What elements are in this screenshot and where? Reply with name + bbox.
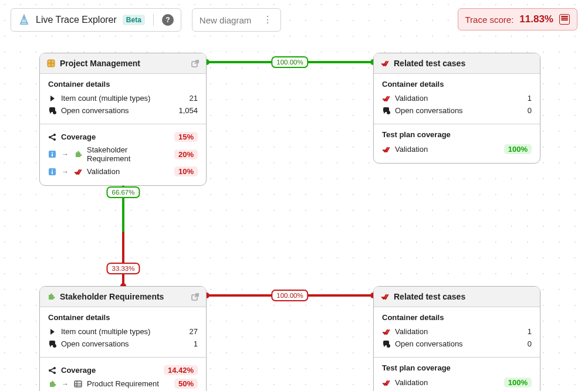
node-stakeholder-requirements[interactable]: Stakeholder Requirements Container detai… <box>39 286 207 391</box>
check-icon <box>382 328 390 336</box>
help-icon[interactable]: ? <box>162 14 174 26</box>
row-label: Open conversations <box>61 106 129 115</box>
row-label: Validation <box>87 167 120 176</box>
row-value: 27 <box>190 327 198 336</box>
beta-badge: Beta <box>123 15 145 25</box>
section-heading: Container details <box>382 80 532 89</box>
app-identity-pill: Live Trace Explorer Beta ? <box>11 8 181 32</box>
new-diagram-label: New diagram <box>200 15 251 25</box>
chat-icon <box>48 340 56 348</box>
container-details-section: Container details Item count (multiple t… <box>40 74 206 124</box>
row-value: 50% <box>174 379 198 389</box>
row-value: 0 <box>528 339 532 348</box>
row-value: 1 <box>194 339 198 348</box>
row-label: Product Requirement <box>87 379 159 388</box>
trace-score-badge[interactable]: Trace score: 11.83% <box>458 8 577 30</box>
detail-row-open-conversations: Open conversations 1 <box>48 338 198 350</box>
row-value: 1 <box>528 327 532 336</box>
check-icon <box>382 94 390 103</box>
row-value: 20% <box>174 149 198 159</box>
check-icon <box>382 145 390 154</box>
node-title: Related test cases <box>394 292 465 301</box>
table-icon <box>74 380 82 388</box>
arrow-icon: → <box>62 168 69 176</box>
coverage-total-badge: 15% <box>174 132 198 142</box>
open-external-icon[interactable] <box>191 293 199 301</box>
row-value: 100% <box>504 144 532 154</box>
puzzle-icon <box>47 293 55 301</box>
check-icon <box>381 293 389 301</box>
row-value: 1,054 <box>178 106 198 115</box>
caret-right-icon <box>48 328 56 336</box>
check-icon <box>381 59 389 67</box>
share-icon <box>48 133 56 141</box>
detail-row: Open conversations 0 <box>382 104 532 117</box>
container-details-section: Container details Validation 1 Open conv… <box>374 74 540 124</box>
node-header: Project Management <box>40 53 206 74</box>
row-label: Open conversations <box>61 339 129 348</box>
edge-pm-down-green-label: 66.67% <box>106 186 140 198</box>
plan-row: Validation 100% <box>382 376 532 389</box>
chat-icon <box>382 107 390 115</box>
row-label: Validation <box>395 378 428 387</box>
edge-pm-down-red <box>122 232 124 286</box>
node-header: Related test cases <box>374 53 540 74</box>
row-value: 100% <box>504 378 532 387</box>
row-label: Item count (multiple types) <box>61 327 150 336</box>
coverage-heading-row: Coverage 15% <box>48 130 198 144</box>
node-related-tests-stakeholder[interactable]: Related test cases Container details Val… <box>373 286 540 391</box>
section-heading: Container details <box>48 80 198 89</box>
new-diagram-button[interactable]: New diagram ⋮ <box>192 8 281 32</box>
detail-row-item-count: Item count (multiple types) 27 <box>48 325 198 338</box>
row-label: Validation <box>395 94 428 103</box>
edge-pm-to-tests-label: 100.00% <box>271 56 308 68</box>
arrow-icon: → <box>62 150 69 158</box>
separator <box>153 14 154 26</box>
row-label: Stakeholder Requirement <box>87 145 170 163</box>
share-icon <box>48 366 56 375</box>
row-value: 0 <box>528 106 532 115</box>
grid-icon <box>47 59 55 67</box>
open-external-icon[interactable] <box>191 59 199 67</box>
section-heading: Test plan coverage <box>382 130 532 139</box>
row-label: Item count (multiple types) <box>61 94 150 103</box>
test-plan-coverage-section: Test plan coverage Validation 100% <box>374 357 540 391</box>
detail-row: Open conversations 0 <box>382 338 532 350</box>
section-heading: Coverage <box>61 366 96 375</box>
coverage-total-badge: 14.42% <box>164 365 198 375</box>
node-title: Project Management <box>60 59 140 68</box>
edge-stake-to-tests-label: 100.00% <box>271 290 308 301</box>
diagram-canvas[interactable]: Live Trace Explorer Beta ? New diagram ⋮… <box>0 0 588 391</box>
row-label: Validation <box>395 327 428 336</box>
coverage-row: → Validation 10% <box>48 165 198 178</box>
top-bar: Live Trace Explorer Beta ? New diagram ⋮ <box>11 8 281 32</box>
detail-row-open-conversations: Open conversations 1,054 <box>48 104 198 117</box>
app-title: Live Trace Explorer <box>36 15 117 25</box>
trace-score-label: Trace score: <box>465 15 514 25</box>
node-header: Related test cases <box>374 287 540 307</box>
chat-icon <box>48 107 56 115</box>
row-value: 1 <box>528 94 532 103</box>
section-heading: Test plan coverage <box>382 363 532 372</box>
section-heading: Coverage <box>61 132 96 141</box>
coverage-heading-row: Coverage 14.42% <box>48 363 198 377</box>
more-menu-icon[interactable]: ⋮ <box>262 15 273 25</box>
puzzle-icon <box>48 380 56 388</box>
node-project-management[interactable]: Project Management Container details Ite… <box>39 53 207 186</box>
coverage-row: → Stakeholder Requirement 20% <box>48 144 198 165</box>
check-icon <box>382 379 390 387</box>
detail-row: Validation 1 <box>382 92 532 104</box>
node-related-tests-pm[interactable]: Related test cases Container details Val… <box>373 53 540 164</box>
test-plan-coverage-section: Test plan coverage Validation 100% <box>374 124 540 163</box>
row-value: 21 <box>190 94 198 103</box>
row-label: Validation <box>395 145 428 154</box>
info-icon <box>48 150 56 158</box>
coverage-section: Coverage 14.42% → Product Requirement 50… <box>40 357 206 391</box>
node-title: Related test cases <box>394 59 465 68</box>
caret-right-icon <box>48 94 56 103</box>
info-icon <box>48 168 56 176</box>
node-header: Stakeholder Requirements <box>40 287 206 307</box>
puzzle-icon <box>74 150 82 158</box>
trace-score-value: 11.83% <box>519 13 553 25</box>
edge-pm-down-red-label: 33.33% <box>106 263 140 274</box>
